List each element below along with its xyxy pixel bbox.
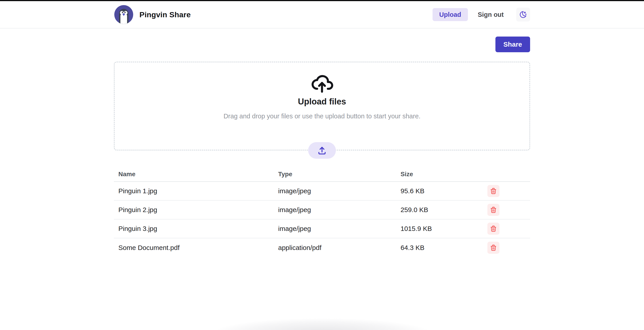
file-type: image/jpeg (274, 200, 396, 219)
delete-file-button[interactable] (487, 223, 500, 235)
share-button[interactable]: Share (496, 37, 530, 52)
upload-files-button[interactable] (308, 142, 336, 159)
files-table-header-row: Name Type Size (114, 168, 530, 182)
main-content: Share Upload files Drag and drop your fi… (114, 37, 530, 257)
delete-file-button[interactable] (487, 204, 500, 216)
upload-icon (317, 146, 327, 155)
trash-icon (490, 188, 497, 195)
table-row: Some Document.pdf application/pdf 64.3 K… (114, 238, 530, 257)
column-header-actions (474, 168, 530, 182)
file-type: image/jpeg (274, 182, 396, 200)
file-type: application/pdf (274, 238, 396, 257)
nav-upload-button[interactable]: Upload (432, 8, 468, 21)
header-nav: Upload Sign out (432, 8, 530, 22)
app-title: Pingvin Share (140, 10, 191, 19)
cloud-upload-icon (310, 71, 334, 95)
table-row: Pinguin 2.jpg image/jpeg 259.0 KB (114, 200, 530, 219)
penguin-logo-icon (114, 5, 134, 25)
file-size: 64.3 KB (396, 238, 474, 257)
column-header-size: Size (396, 168, 474, 182)
column-header-type: Type (274, 168, 396, 182)
file-size: 95.6 KB (396, 182, 474, 200)
file-name: Pinguin 3.jpg (114, 219, 274, 238)
delete-file-button[interactable] (487, 242, 500, 254)
file-name: Pinguin 1.jpg (114, 182, 274, 200)
file-size: 259.0 KB (396, 200, 474, 219)
files-table: Name Type Size Pinguin 1.jpg image/jpeg … (114, 168, 530, 257)
brand: Pingvin Share (114, 5, 191, 25)
trash-icon (490, 244, 497, 251)
table-row: Pinguin 3.jpg image/jpeg 1015.9 KB (114, 219, 530, 238)
app-header: Pingvin Share Upload Sign out (0, 1, 644, 29)
moon-stars-icon (519, 11, 527, 19)
file-dropzone[interactable]: Upload files Drag and drop your files or… (114, 62, 530, 150)
file-name: Pinguin 2.jpg (114, 200, 274, 219)
dropzone-title: Upload files (114, 97, 530, 106)
nav-sign-out-button[interactable]: Sign out (472, 8, 509, 21)
dropzone-description: Drag and drop your files or use the uplo… (114, 112, 530, 120)
file-size: 1015.9 KB (396, 219, 474, 238)
trash-icon (490, 206, 497, 213)
table-row: Pinguin 1.jpg image/jpeg 95.6 KB (114, 182, 530, 200)
column-header-name: Name (114, 168, 274, 182)
file-name: Some Document.pdf (114, 238, 274, 257)
delete-file-button[interactable] (487, 185, 500, 197)
trash-icon (490, 225, 497, 232)
theme-toggle-button[interactable] (516, 8, 530, 22)
file-type: image/jpeg (274, 219, 396, 238)
bottom-shadow (193, 318, 451, 330)
